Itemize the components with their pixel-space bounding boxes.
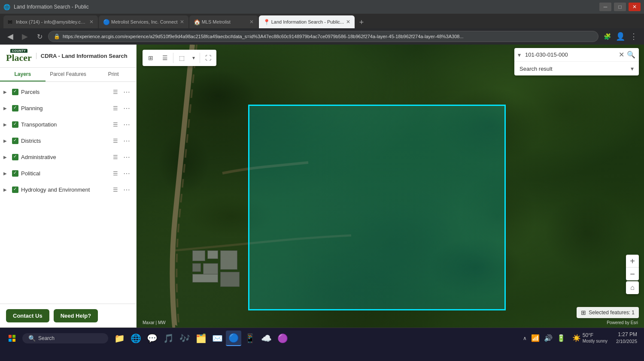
basemap-gallery-btn[interactable]: ⊞ — [144, 51, 157, 64]
layer-list-btn[interactable]: ☰ — [158, 51, 171, 64]
more-icon-districts[interactable]: ⋯ — [122, 135, 132, 146]
tab-land-search[interactable]: 📍 Land Information Search - Public... ✕ — [259, 15, 355, 28]
app-container: COUNTY Placer CDRA - Land Information Se… — [0, 45, 644, 328]
legend-icon-hydrology[interactable]: ☰ — [110, 184, 121, 195]
layer-item-political[interactable]: ▶ Political ☰ ⋯ — [0, 165, 136, 181]
need-help-button[interactable]: Need Help? — [54, 309, 98, 322]
tab-print[interactable]: Print — [91, 68, 136, 81]
search-collapse-icon[interactable]: ▾ — [518, 51, 521, 58]
search-result-row[interactable]: Search result ▾ — [514, 62, 639, 75]
address-input-container[interactable]: 🔒 https://experience.arcgis.com/experien… — [48, 31, 598, 42]
contact-us-button[interactable]: Contact Us — [6, 309, 49, 322]
taskbar-search-icon: 🔍 — [28, 335, 36, 342]
layer-actions-planning: ☰ ⋯ — [110, 103, 132, 113]
checkbox-transportation[interactable] — [12, 121, 18, 128]
weather-icon: ☀️ — [572, 334, 581, 342]
checkbox-planning[interactable] — [12, 105, 18, 111]
taskbar-file-explorer[interactable]: 📁 — [112, 331, 127, 346]
layer-item-administrative[interactable]: ▶ Administrative ☰ ⋯ — [0, 149, 136, 165]
tab-metrolist-close[interactable]: ✕ — [180, 19, 184, 25]
more-icon-planning[interactable]: ⋯ — [122, 103, 132, 113]
layer-item-transportation[interactable]: ▶ Transportation ☰ ⋯ — [0, 116, 136, 132]
taskbar-teams2[interactable]: 🟣 — [275, 331, 290, 346]
tab-land-close[interactable]: ✕ — [346, 19, 350, 25]
search-clear-icon[interactable]: ✕ — [619, 51, 624, 59]
taskbar-mail[interactable]: ✉️ — [210, 331, 225, 346]
taskbar-itunes[interactable]: 🎵 — [161, 331, 176, 346]
maximize-btn[interactable]: □ — [614, 3, 626, 11]
clock[interactable]: 1:27 PM 2/10/2025 — [613, 329, 641, 346]
taskbar-folder[interactable]: 🗂️ — [193, 331, 209, 346]
taskbar-phone[interactable]: 📱 — [242, 331, 258, 346]
legend-icon-parcels[interactable]: ☰ — [110, 87, 121, 97]
select-btn[interactable]: ⬚ — [175, 51, 188, 64]
metrolist-favicon: 🔵 — [103, 19, 109, 25]
forward-btn[interactable]: ▶ — [19, 30, 31, 42]
layer-actions-districts: ☰ ⋯ — [110, 135, 132, 146]
new-tab-btn[interactable]: + — [355, 16, 368, 28]
search-go-icon[interactable]: 🔍 — [627, 51, 635, 59]
taskbar-music[interactable]: 🎶 — [177, 331, 192, 346]
tray-expand-icon[interactable]: ∧ — [521, 334, 529, 343]
layer-item-planning[interactable]: ▶ Planning ☰ ⋯ — [0, 100, 136, 116]
more-icon-hydrology[interactable]: ⋯ — [122, 184, 132, 195]
tab-parcel-features[interactable]: Parcel Features — [46, 68, 91, 81]
layer-item-hydrology[interactable]: ▶ Hydrology and Environment ☰ ⋯ — [0, 181, 136, 198]
menu-btn[interactable]: ⋮ — [628, 30, 640, 42]
checkbox-administrative[interactable] — [12, 154, 18, 160]
search-input[interactable] — [523, 50, 616, 60]
sidebar: COUNTY Placer CDRA - Land Information Se… — [0, 45, 137, 328]
tab-mls[interactable]: 🏠 MLS Metrolist ✕ — [189, 15, 258, 28]
system-tray: ∧ 📶 🔊 🔋 — [521, 332, 567, 344]
more-icon-political[interactable]: ⋯ — [122, 168, 132, 178]
more-icon-transportation[interactable]: ⋯ — [122, 119, 132, 129]
checkbox-parcels[interactable] — [12, 89, 18, 95]
refresh-btn[interactable]: ↻ — [33, 30, 46, 42]
legend-icon-planning[interactable]: ☰ — [110, 103, 121, 113]
back-btn[interactable]: ◀ — [4, 30, 16, 42]
tray-sound-icon[interactable]: 🔊 — [542, 332, 554, 344]
minimize-btn[interactable]: ─ — [599, 3, 611, 11]
taskbar-search-label: Search — [38, 335, 55, 341]
taskbar-edge-active[interactable]: 🔵 — [226, 331, 241, 346]
tab-gmail[interactable]: ✉ Inbox (714) - info@amysibley.com ✕ — [3, 15, 98, 28]
close-btn[interactable]: ✕ — [629, 3, 641, 11]
checkbox-political[interactable] — [12, 170, 18, 177]
layer-item-parcels[interactable]: ▶ Parcels ☰ ⋯ — [0, 84, 136, 100]
select-dropdown-btn[interactable]: ▾ — [189, 51, 198, 64]
forest-patch-8 — [544, 195, 630, 272]
taskbar-onedrive[interactable]: ☁️ — [258, 331, 274, 346]
checkbox-hydrology[interactable] — [12, 187, 18, 193]
tab-gmail-close[interactable]: ✕ — [89, 19, 94, 25]
zoom-out-btn[interactable]: − — [626, 268, 639, 280]
legend-icon-districts[interactable]: ☰ — [110, 135, 121, 146]
legend-icon-transportation[interactable]: ☰ — [110, 119, 121, 129]
tab-gmail-label: Inbox (714) - info@amysibley.com — [16, 19, 87, 24]
legend-icon-political[interactable]: ☰ — [110, 168, 121, 178]
home-btn[interactable]: ⌂ — [626, 281, 639, 294]
tab-metrolist[interactable]: 🔵 Metrolist Services, Inc. Connect ✕ — [99, 15, 188, 28]
tab-layers[interactable]: Layers — [0, 68, 46, 81]
profile-btn[interactable]: 👤 — [614, 30, 626, 42]
legend-icon-administrative[interactable]: ☰ — [110, 152, 121, 162]
weather-widget[interactable]: ☀️ 50°F Mostly sunny — [569, 331, 611, 346]
tab-mls-close[interactable]: ✕ — [249, 19, 254, 25]
windows-start-btn[interactable] — [3, 330, 21, 347]
full-extent-btn[interactable]: ⛶ — [202, 51, 215, 64]
taskbar-search[interactable]: 🔍 Search — [22, 333, 108, 343]
zoom-in-btn[interactable]: + — [626, 255, 639, 268]
taskbar-edge[interactable]: 🌐 — [128, 331, 143, 346]
layer-item-districts[interactable]: ▶ Districts ☰ ⋯ — [0, 132, 136, 149]
tray-battery-icon[interactable]: 🔋 — [555, 332, 567, 344]
more-icon-parcels[interactable]: ⋯ — [122, 87, 132, 97]
tray-wifi-icon[interactable]: 📶 — [529, 332, 541, 344]
extensions-btn[interactable]: 🧩 — [601, 30, 613, 42]
tab-metrolist-label: Metrolist Services, Inc. Connect — [111, 19, 178, 24]
taskbar-teams[interactable]: 💬 — [144, 331, 160, 346]
layer-label-transportation: Transportation — [21, 121, 108, 128]
selected-features-icon: ⊞ — [581, 309, 586, 316]
checkbox-districts[interactable] — [12, 138, 18, 144]
more-icon-administrative[interactable]: ⋯ — [122, 152, 132, 162]
sidebar-tab-bar: Layers Parcel Features Print — [0, 68, 136, 82]
map-area[interactable]: ⊞ ☰ ⬚ ▾ ⛶ ▾ ✕ 🔍 Search result ▾ + − — [137, 45, 644, 328]
